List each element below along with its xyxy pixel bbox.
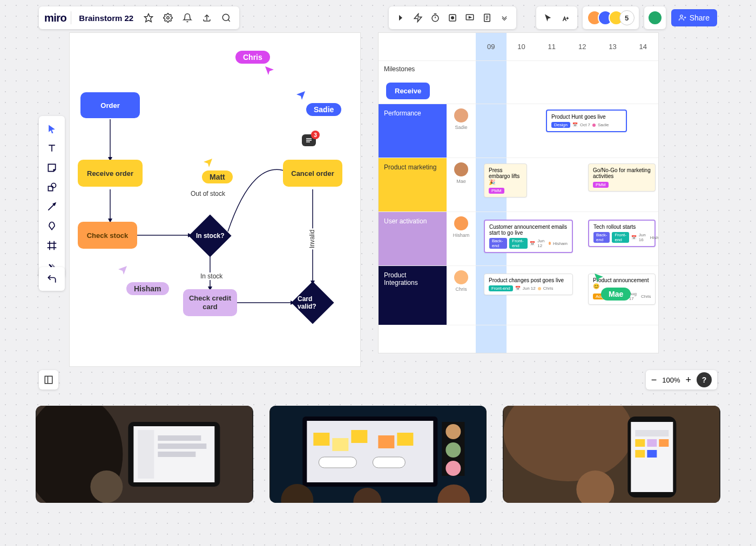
svg-rect-64 [138, 430, 154, 479]
card-ua1[interactable]: Customer announcement emails start to go… [484, 220, 573, 253]
comment-icon[interactable]: 3 [302, 134, 316, 146]
svg-rect-78 [373, 457, 405, 468]
node-check-card[interactable]: Check credit card [183, 289, 237, 316]
node-card-valid[interactable]: Card valid? [291, 281, 334, 324]
star-icon[interactable] [141, 10, 156, 25]
svg-marker-53 [118, 266, 127, 275]
node-cancel[interactable]: Cancel order [283, 160, 342, 187]
svg-marker-51 [296, 91, 305, 100]
reactions-icon[interactable] [558, 10, 573, 25]
record-icon[interactable] [445, 10, 460, 25]
card-ua2[interactable]: Tech rollout starts Back-endFront-end📅Ju… [588, 220, 656, 247]
svg-rect-73 [332, 438, 348, 451]
own-avatar[interactable] [647, 10, 663, 25]
board-title[interactable]: Brainstorm 22 [76, 13, 137, 23]
svg-point-82 [446, 461, 461, 476]
node-receive[interactable]: Receive order [78, 160, 143, 187]
shape-tool[interactable] [42, 179, 62, 196]
row-avatar[interactable] [454, 108, 468, 122]
share-button[interactable]: Share [671, 9, 717, 26]
svg-rect-95 [647, 450, 657, 458]
cursor-tool-icon[interactable] [541, 10, 556, 25]
row-activation: User activation Hisham Customer announce… [379, 212, 658, 266]
row-avatar[interactable] [454, 216, 468, 230]
node-order[interactable]: Order [80, 92, 140, 118]
svg-marker-20 [545, 14, 551, 22]
avatar-overflow[interactable]: 5 [619, 10, 634, 25]
cursor-matt-ptr [204, 159, 214, 169]
row-avatar[interactable] [454, 270, 468, 284]
search-icon[interactable] [219, 10, 234, 25]
export-icon[interactable] [199, 10, 214, 25]
node-in-stock[interactable]: In stock? [188, 214, 231, 257]
svg-point-80 [446, 424, 461, 439]
card-perf[interactable]: Product Hunt goes live Design📅Oct 7Sadie [546, 110, 627, 132]
row-label: Performance [379, 104, 447, 158]
cursor-mae: Mae [601, 288, 631, 301]
svg-rect-91 [636, 439, 645, 447]
promo-tablet[interactable] [36, 406, 253, 503]
more-apps-icon[interactable] [497, 10, 512, 25]
app-logo[interactable]: miro [44, 12, 66, 24]
timeline-header: 09 10 11 12 13 14 [379, 33, 658, 61]
milestone-receive[interactable]: Receive [386, 83, 430, 99]
col-11: 11 [537, 43, 567, 51]
row-integrations: Product Integrations Chris Product chang… [379, 266, 658, 325]
promo-tv[interactable] [269, 406, 487, 503]
flowchart-frame[interactable]: Order Receive order Check stock In stock… [69, 32, 361, 367]
card-pm1[interactable]: Press embargo lifts 🎉 PMM [484, 163, 527, 197]
apps-bar [389, 6, 516, 29]
svg-rect-75 [378, 435, 394, 448]
text-tool[interactable] [42, 140, 62, 157]
caret-right-icon[interactable] [393, 10, 408, 25]
present-icon[interactable] [462, 10, 477, 25]
undo-bar [39, 267, 65, 291]
svg-marker-5 [399, 15, 402, 21]
zoom-out[interactable]: − [651, 374, 657, 386]
zoom-bar: − 100% + ? [646, 370, 717, 390]
notes-icon[interactable] [480, 10, 495, 25]
svg-marker-52 [204, 159, 212, 167]
share-label: Share [690, 13, 710, 22]
bolt-icon[interactable] [410, 10, 426, 25]
node-check-stock[interactable]: Check stock [78, 222, 137, 249]
label-out-of-stock: Out of stock [190, 190, 226, 197]
sticky-tool[interactable] [42, 159, 62, 176]
card-pi1[interactable]: Product changes post goes live Front-end… [484, 274, 573, 295]
timer-icon[interactable] [428, 10, 443, 25]
select-tool[interactable] [42, 120, 62, 138]
svg-point-3 [222, 14, 229, 21]
help-button[interactable]: ? [697, 372, 712, 387]
zoom-level[interactable]: 100% [662, 376, 680, 384]
pen-tool[interactable] [42, 217, 62, 235]
svg-marker-6 [414, 14, 422, 22]
svg-rect-58 [45, 376, 52, 384]
col-13: 13 [597, 43, 627, 51]
svg-point-68 [90, 470, 123, 503]
row-label: Product marketing [379, 158, 447, 211]
line-tool[interactable] [42, 198, 62, 215]
card-pm2[interactable]: Go/No-Go for marketing activities PMM [588, 163, 656, 192]
cursor-sadie: Sadie [306, 103, 341, 116]
timeline-frame[interactable]: 09 10 11 12 13 14 Milestones Receive Per… [378, 32, 659, 353]
col-14: 14 [628, 43, 658, 51]
cursor-sadie-ptr [296, 91, 307, 102]
frames-panel-button[interactable] [39, 370, 58, 390]
row-avatar[interactable] [454, 162, 468, 176]
promo-phone[interactable] [503, 406, 720, 503]
frame-tool[interactable] [42, 237, 62, 254]
collab-bar: 5 Share [536, 6, 717, 29]
bell-icon[interactable] [180, 10, 195, 25]
svg-marker-24 [49, 125, 55, 134]
settings-icon[interactable] [160, 10, 176, 25]
svg-rect-90 [636, 430, 669, 436]
undo-button[interactable] [42, 270, 62, 288]
col-10: 10 [506, 43, 536, 51]
svg-rect-65 [158, 435, 201, 441]
zoom-in[interactable]: + [685, 374, 691, 386]
row-label: Product Integrations [379, 266, 447, 325]
svg-rect-94 [636, 450, 645, 458]
svg-rect-92 [647, 439, 657, 447]
collaborators[interactable]: 5 [587, 10, 634, 25]
svg-rect-72 [313, 433, 329, 446]
